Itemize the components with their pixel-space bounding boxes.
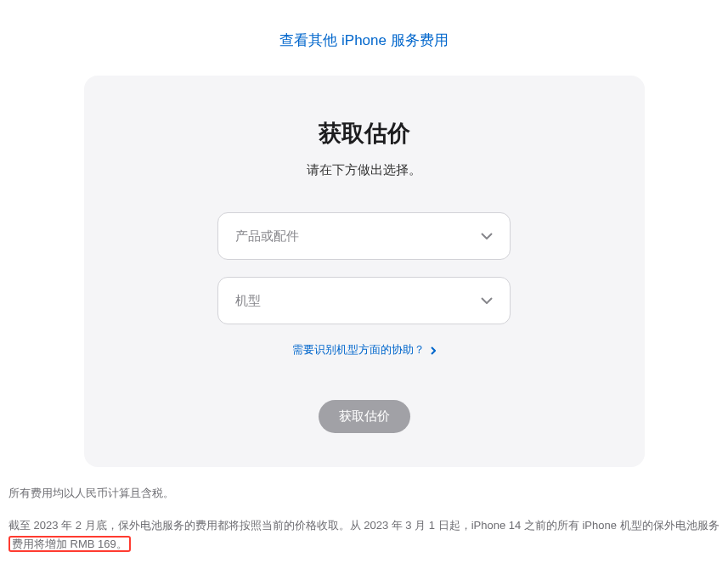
top-link-container: 查看其他 iPhone 服务费用 [0,0,728,76]
card-subtitle: 请在下方做出选择。 [118,162,611,178]
footer-price-text: 截至 2023 年 2 月底，保外电池服务的费用都将按照当前的价格收取。从 20… [8,519,720,532]
product-dropdown[interactable]: 产品或配件 [217,212,511,260]
chevron-right-icon [431,346,436,355]
model-dropdown-label: 机型 [235,293,261,309]
model-dropdown[interactable]: 机型 [217,277,511,324]
help-link-container: 需要识别机型方面的协助？ [118,341,611,358]
model-help-link[interactable]: 需要识别机型方面的协助？ [292,343,437,356]
product-dropdown-label: 产品或配件 [235,228,299,245]
get-estimate-button[interactable]: 获取估价 [319,400,410,433]
chevron-down-icon [481,297,493,304]
other-service-fees-link[interactable]: 查看其他 iPhone 服务费用 [279,32,448,48]
footer-price-note: 截至 2023 年 2 月底，保外电池服务的费用都将按照当前的价格收取。从 20… [8,516,720,554]
footer-price-highlight: 费用将增加 RMB 169。 [8,536,131,552]
chevron-down-icon [481,233,493,239]
card-title: 获取估价 [118,118,611,149]
footer-text: 所有费用均以人民币计算且含税。 截至 2023 年 2 月底，保外电池服务的费用… [0,467,728,554]
help-link-label: 需要识别机型方面的协助？ [292,343,425,356]
estimate-card: 获取估价 请在下方做出选择。 产品或配件 机型 需要识别机型方面的协助？ 获取估… [84,76,645,467]
footer-tax-note: 所有费用均以人民币计算且含税。 [8,484,720,503]
